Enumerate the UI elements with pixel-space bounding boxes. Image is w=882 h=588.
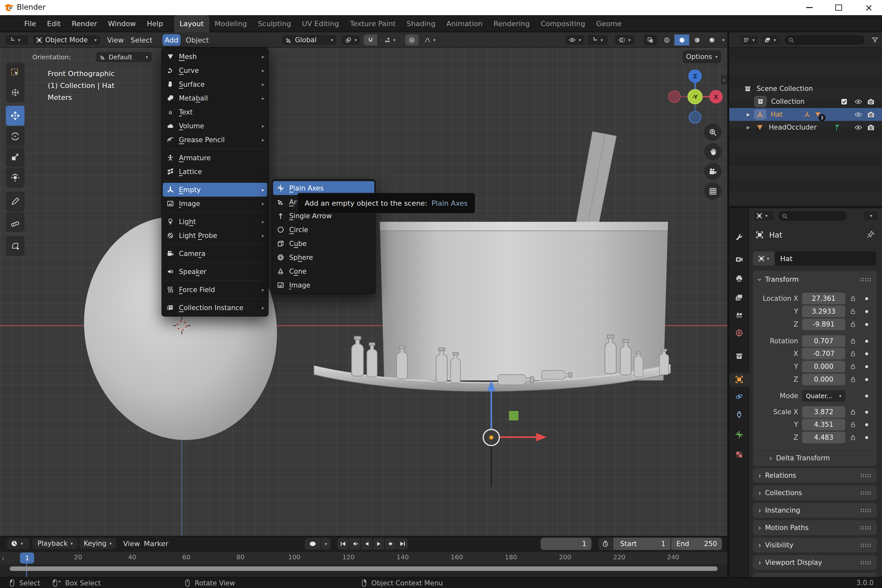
camera-view-button[interactable] <box>704 163 722 180</box>
tab-object-icon[interactable] <box>735 375 743 384</box>
panel-drag-grip[interactable] <box>860 474 872 478</box>
lock-open-icon[interactable] <box>849 434 857 441</box>
tab-physics-icon[interactable] <box>735 392 743 401</box>
orthographic-toggle-button[interactable] <box>704 183 722 200</box>
tab-uv-editing[interactable]: UV Editing <box>297 15 345 32</box>
animate-dot-icon[interactable] <box>865 310 868 313</box>
add-menu-item-armature[interactable]: Armature <box>162 151 268 165</box>
outliner-display-mode-dropdown[interactable]: ▾ <box>761 34 781 45</box>
lock-open-icon[interactable] <box>849 408 857 416</box>
lock-open-icon[interactable] <box>849 376 857 383</box>
options-button[interactable]: Options▾ <box>682 50 721 63</box>
disable-render-camera-icon[interactable] <box>867 111 875 118</box>
current-frame-field[interactable]: 1 <box>541 538 591 550</box>
frame-start-field[interactable]: Start1 <box>613 538 670 550</box>
add-menu-item-camera[interactable]: Camera <box>162 247 268 261</box>
lock-open-icon[interactable] <box>849 308 857 315</box>
minimize-button[interactable] <box>801 0 818 15</box>
add-menu-item-force-field[interactable]: Force Field▸ <box>162 283 268 297</box>
shading-options-button[interactable]: ▾ <box>720 34 727 45</box>
add-menu-item-speaker[interactable]: Speaker <box>162 265 268 279</box>
navigation-gizmo[interactable]: Z X -Y <box>664 70 727 133</box>
jump-to-start-button[interactable] <box>337 538 348 550</box>
location-y-field[interactable]: 3.2933 <box>802 306 845 317</box>
add-menu-item-metaball[interactable]: Metaball▸ <box>162 91 268 105</box>
menu-select[interactable]: Select <box>130 36 153 44</box>
use-preview-range-button[interactable] <box>598 538 612 550</box>
menu-file[interactable]: File <box>19 15 42 32</box>
scale-y-field[interactable]: 4.351 <box>802 419 845 430</box>
disable-render-camera-icon[interactable] <box>867 98 875 106</box>
proportional-falloff-button[interactable]: ▾ <box>419 34 440 45</box>
animate-dot-icon[interactable] <box>865 352 868 355</box>
gizmo-plane-handle[interactable] <box>509 411 518 420</box>
properties-breadcrumb-dropdown[interactable]: ▾ <box>753 210 774 221</box>
outliner-row-collection[interactable]: Collection <box>729 95 882 108</box>
hide-eye-icon[interactable] <box>854 98 862 106</box>
location-z-field[interactable]: -9.891 <box>802 318 845 330</box>
animate-dot-icon[interactable] <box>865 394 868 398</box>
lock-open-icon[interactable] <box>849 321 857 328</box>
panel-motion-paths[interactable]: ›Motion Paths <box>753 520 877 535</box>
menu-add[interactable]: Add <box>162 34 180 46</box>
disable-render-camera-icon[interactable] <box>867 123 875 132</box>
tab-scene-icon[interactable] <box>735 310 743 319</box>
rotation-mode-dropdown[interactable]: Quater...▾ <box>802 390 845 402</box>
timeline-marker-menu[interactable]: Marker <box>144 540 168 548</box>
timeline-scrollbar[interactable] <box>10 566 718 571</box>
panel-drag-grip[interactable] <box>860 278 872 282</box>
tab-object-data-icon[interactable] <box>735 430 743 439</box>
object-name-field[interactable]: Hat <box>775 252 876 266</box>
tab-collection-icon[interactable] <box>735 352 743 360</box>
orientation-dropdown[interactable]: Default ▾ <box>96 52 152 63</box>
tool-select-box[interactable] <box>6 63 24 82</box>
sidebar-expand-arrow[interactable]: ‹ <box>721 75 727 84</box>
tool-move-active[interactable] <box>6 106 24 126</box>
tab-view-layer-icon[interactable] <box>735 293 743 302</box>
delta-transform-subpanel[interactable]: › Delta Transform <box>753 451 877 465</box>
panel-drag-grip[interactable] <box>860 543 872 548</box>
scale-x-field[interactable]: 3.872 <box>802 406 845 418</box>
timeline-expand-arrow[interactable]: › <box>2 555 4 562</box>
current-frame-badge[interactable]: 1 <box>20 552 34 564</box>
lock-open-icon[interactable] <box>849 338 857 345</box>
hide-eye-icon[interactable] <box>854 123 862 132</box>
menu-object[interactable]: Object <box>186 36 209 44</box>
empty-menu-item-cone[interactable]: Cone <box>272 264 375 278</box>
tab-render-icon[interactable] <box>735 255 743 264</box>
keying-menu[interactable]: Keying▾ <box>79 538 116 549</box>
properties-filter-button[interactable]: ▾ <box>863 210 879 221</box>
lock-open-icon[interactable] <box>849 295 857 302</box>
axis-ball-z-negative[interactable] <box>689 111 701 123</box>
tool-cursor[interactable] <box>6 82 24 102</box>
jump-to-end-button[interactable] <box>397 538 408 550</box>
panel-drag-grip[interactable] <box>860 526 872 530</box>
shading-solid-button[interactable] <box>674 34 689 45</box>
outliner-filter-dropdown[interactable]: ▾ <box>740 34 759 45</box>
panel-collections[interactable]: ›Collections <box>753 486 877 500</box>
frame-end-field[interactable]: End250 <box>671 538 722 550</box>
transform-orientation-selector[interactable]: Global ▾ <box>281 34 337 45</box>
tab-constraints-icon[interactable] <box>735 411 743 419</box>
panel-instancing[interactable]: ›Instancing <box>753 503 877 518</box>
animate-dot-icon[interactable] <box>865 423 868 426</box>
expand-arrow-icon[interactable]: ▶ <box>747 125 750 130</box>
empty-menu-item-cube[interactable]: Cube <box>272 237 375 250</box>
rotation-y-field[interactable]: 0.000 <box>802 361 845 372</box>
overlays-button[interactable]: ▾ <box>614 34 636 45</box>
shading-wireframe-button[interactable] <box>660 34 674 45</box>
outliner-row-hat-selected[interactable]: ▶ Hat 3 <box>729 108 882 121</box>
properties-search-input[interactable] <box>777 210 847 222</box>
snap-toggle-button[interactable] <box>364 34 377 45</box>
add-menu-item-surface[interactable]: Surface▸ <box>162 77 268 91</box>
auto-key-button[interactable] <box>305 538 320 550</box>
add-menu-item-lattice[interactable]: Lattice <box>162 165 268 178</box>
add-menu-item-curve[interactable]: Curve▸ <box>162 63 268 77</box>
close-button[interactable]: × <box>861 0 877 15</box>
tab-sculpting[interactable]: Sculpting <box>252 15 297 32</box>
lock-open-icon[interactable] <box>849 421 857 428</box>
tab-tool-icon[interactable] <box>735 233 743 242</box>
lock-open-icon[interactable] <box>849 350 857 357</box>
axis-ball-x-negative[interactable] <box>669 91 681 103</box>
object-visibility-button[interactable]: ▾ <box>565 34 585 45</box>
